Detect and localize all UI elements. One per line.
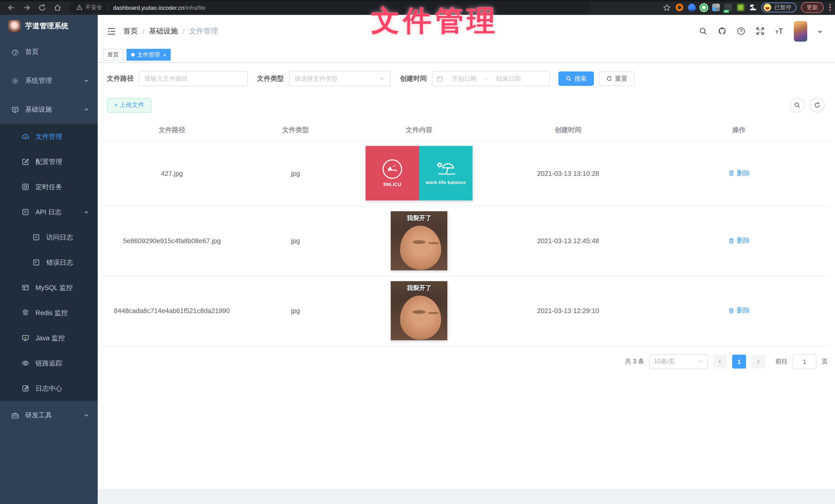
breadcrumb-infrastructure[interactable]: 基础设施: [149, 26, 178, 36]
sidebar-item-trace[interactable]: 链路追踪: [0, 351, 98, 376]
profile-paused-chip[interactable]: 已暂停: [761, 3, 796, 12]
fullscreen-icon[interactable]: [756, 27, 765, 36]
hamburger-icon[interactable]: [107, 26, 116, 36]
sidebar-item-api-log[interactable]: API 日志: [0, 200, 98, 225]
sidebar-item-config-management[interactable]: 配置管理: [0, 149, 98, 174]
tab-file-management[interactable]: 文件管理 ×: [126, 49, 171, 61]
search-button[interactable]: 搜索: [558, 71, 594, 86]
end-date-input[interactable]: [491, 75, 526, 83]
beach-umbrella-icon: [435, 162, 456, 177]
file-path-input[interactable]: [139, 71, 248, 86]
url-path: /infra/file: [184, 4, 205, 10]
browser-actions: 已暂停 更新: [663, 2, 835, 13]
caret-down-icon[interactable]: [817, 30, 823, 36]
sidebar-item-label: 错误日志: [46, 258, 73, 267]
tab-close-icon[interactable]: ×: [163, 52, 166, 58]
url-host: dashboard.yudao.iocoder.cn: [113, 4, 184, 10]
app-title: 芋道管理系统: [25, 22, 68, 31]
sidebar-item-log-center[interactable]: 日志中心: [0, 376, 98, 401]
app: 芋道管理系统 首页 系统管理 基础设施: [0, 15, 835, 504]
extension-orange-icon[interactable]: [676, 4, 683, 11]
sidebar-item-dev-tools[interactable]: 研发工具: [0, 401, 98, 430]
prev-page-button[interactable]: [713, 355, 727, 369]
access-log-icon: [33, 233, 40, 241]
extension-leaf-icon[interactable]: [737, 4, 745, 11]
file-type-placeholder: 请选择文件类型: [294, 74, 338, 83]
refresh-table-button[interactable]: [810, 98, 825, 112]
sidebar-item-system[interactable]: 系统管理: [0, 66, 98, 95]
infrastructure-submenu: 文件管理 配置管理 定时任务 API 日志: [0, 124, 98, 401]
bookmark-star-icon[interactable]: [663, 3, 671, 12]
sidebar-item-java-monitor[interactable]: Java 监控: [0, 326, 98, 351]
bed-icon: [383, 159, 402, 179]
delete-button[interactable]: 删除: [728, 169, 750, 178]
file-thumbnail-baby[interactable]: 我裂开了: [391, 281, 447, 340]
extension-grid-icon[interactable]: [712, 4, 720, 11]
app-logo-row[interactable]: 芋道管理系统: [0, 15, 98, 38]
gear-icon: [11, 77, 19, 85]
chevron-up-icon: [83, 209, 89, 215]
error-log-icon: [33, 258, 40, 266]
font-size-icon[interactable]: [775, 27, 783, 36]
chevron-up-icon: [83, 106, 89, 112]
extension-on-icon[interactable]: [725, 4, 732, 11]
sidebar-item-label: 链路追踪: [36, 359, 62, 368]
reset-button[interactable]: 重置: [599, 71, 634, 86]
sidebar-item-error-log[interactable]: 错误日志: [0, 250, 98, 275]
user-avatar[interactable]: [794, 21, 807, 41]
sidebar-item-scheduled-jobs[interactable]: 定时任务: [0, 174, 98, 200]
delete-button[interactable]: 删除: [728, 236, 750, 246]
cell-create-time: 2021-03-13 13:10:28: [488, 141, 648, 206]
extension-green-icon[interactable]: [700, 4, 708, 11]
sidebar-item-home[interactable]: 首页: [0, 38, 98, 66]
file-thumbnail-baby[interactable]: 我裂开了: [391, 211, 447, 270]
address-bar[interactable]: 不安全 dashboard.yudao.iocoder.cn/infra/fil…: [70, 2, 591, 13]
sidebar-item-label: 日志中心: [36, 384, 62, 393]
sidebar-item-label: 研发工具: [25, 411, 52, 420]
sidebar-item-file-management[interactable]: 文件管理: [0, 124, 98, 149]
browser-chrome: 不安全 dashboard.yudao.iocoder.cn/infra/fil…: [0, 0, 835, 15]
browser-update-button[interactable]: 更新: [801, 2, 824, 13]
monitor-icon: [11, 106, 19, 113]
home-icon[interactable]: [54, 3, 62, 12]
navbar: 首页 / 基础设施 / 文件管理: [98, 15, 835, 47]
date-range-picker[interactable]: -: [432, 71, 550, 86]
next-page-button[interactable]: [751, 355, 765, 369]
delete-button[interactable]: 删除: [728, 306, 750, 315]
page-size-select[interactable]: 10条/页: [649, 354, 708, 369]
file-table: 文件路径 文件类型 文件内容 创建时间 操作 427.jpg jpg: [103, 120, 830, 346]
extensions-puzzle-icon[interactable]: [749, 4, 757, 11]
tab-home[interactable]: 首页: [103, 49, 123, 61]
file-type-select[interactable]: 请选择文件类型: [289, 71, 391, 86]
help-icon[interactable]: [737, 27, 746, 36]
upload-file-button[interactable]: + 上传文件: [107, 98, 151, 112]
chevron-down-icon: [83, 412, 89, 418]
page-unit-label: 页: [822, 357, 828, 366]
page-bottom-strip: [98, 489, 835, 504]
address-divider: [107, 4, 108, 11]
reload-icon[interactable]: [38, 3, 46, 12]
forward-icon[interactable]: [23, 3, 31, 12]
page-number-1[interactable]: 1: [732, 355, 746, 369]
cell-create-time: 2021-03-13 12:29:10: [488, 276, 648, 346]
goto-page-input[interactable]: [793, 354, 816, 369]
github-icon[interactable]: [718, 27, 727, 36]
chevron-left-icon: [717, 359, 723, 364]
cell-file-type: jpg: [241, 206, 350, 276]
sidebar-item-mysql-monitor[interactable]: MySQL 监控: [0, 275, 98, 300]
sidebar-item-infrastructure[interactable]: 基础设施: [0, 95, 98, 124]
start-date-input[interactable]: [447, 75, 481, 83]
back-icon[interactable]: [7, 3, 16, 12]
extension-blue-icon[interactable]: [688, 4, 696, 11]
toggle-search-button[interactable]: [790, 98, 805, 112]
calendar-icon: [436, 75, 443, 82]
browser-menu-icon[interactable]: [829, 4, 831, 11]
sidebar-item-redis-monitor[interactable]: Redis 监控: [0, 300, 98, 326]
file-thumbnail-996icu[interactable]: 996.ICU work-life balance: [366, 146, 472, 201]
search-icon[interactable]: [699, 27, 708, 36]
security-warning[interactable]: 不安全: [76, 4, 102, 11]
sidebar-item-access-log[interactable]: 访问日志: [0, 225, 98, 250]
breadcrumb-home[interactable]: 首页: [123, 26, 138, 36]
sidebar-item-label: 文件管理: [36, 132, 62, 141]
breadcrumb-separator: /: [183, 27, 185, 35]
